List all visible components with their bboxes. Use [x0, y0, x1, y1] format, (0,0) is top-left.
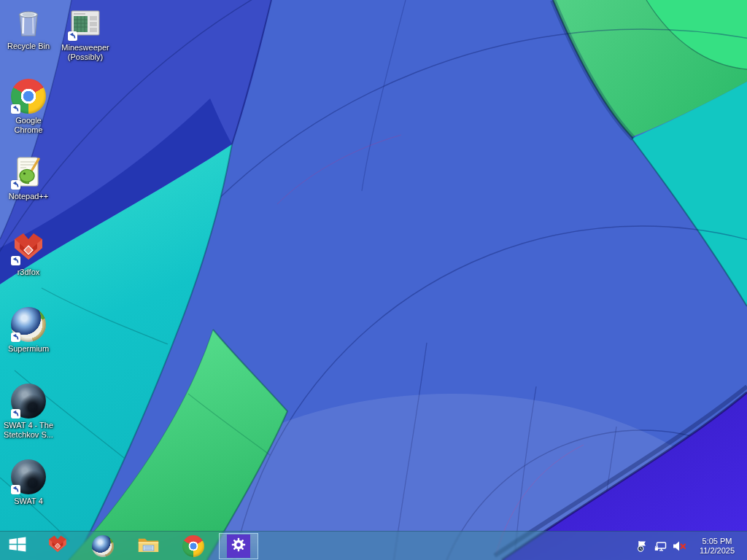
windows-desktop: { "desktop": { "icons": [ {"name": "recy…	[0, 0, 747, 560]
taskbar-file-explorer-button[interactable]	[125, 532, 171, 560]
taskbar: 5:05 PM 11/2/2025	[0, 531, 747, 560]
taskbar-supermium-button[interactable]	[80, 532, 125, 560]
desktop-icon-google-chrome[interactable]: Google Chrome	[0, 79, 57, 135]
supermium-icon	[92, 535, 114, 557]
clock-date: 11/2/2025	[693, 546, 741, 556]
shortcut-arrow-icon	[11, 256, 20, 265]
file-explorer-icon	[137, 534, 160, 558]
notepad-plus-plus-icon	[11, 155, 46, 190]
taskbar-clock[interactable]: 5:05 PM 11/2/2025	[690, 537, 741, 556]
shortcut-arrow-icon	[11, 180, 20, 190]
desktop-icon-label: r3dfox	[0, 268, 57, 277]
desktop-icon-r3dfox[interactable]: r3dfox	[0, 230, 57, 277]
supermium-icon	[11, 307, 46, 342]
gear-icon	[231, 537, 247, 556]
chrome-icon	[182, 535, 204, 557]
volume-muted-icon[interactable]	[672, 538, 686, 554]
desktop-icon-swat4[interactable]: SWAT 4	[0, 459, 57, 506]
settings-tile	[227, 534, 250, 558]
action-center-flag-icon[interactable]	[635, 538, 650, 554]
desktop-icon-swat4-stetchkov[interactable]: SWAT 4 - The Stetchkov S...	[0, 384, 57, 440]
shortcut-arrow-icon	[68, 31, 77, 41]
wallpaper-balloon-photo	[0, 0, 747, 560]
shortcut-arrow-icon	[11, 485, 20, 494]
desktop-icon-label: Recycle Bin	[0, 42, 57, 51]
desktop-icon-notepad-plus-plus[interactable]: Notepad++	[0, 155, 57, 201]
shortcut-arrow-icon	[11, 409, 20, 419]
taskbar-settings-button[interactable]	[219, 533, 258, 559]
swat4-icon	[11, 459, 46, 494]
desktop-icon-label: SWAT 4 - The Stetchkov S...	[0, 421, 57, 440]
chrome-icon	[11, 79, 46, 114]
minesweeper-icon	[68, 6, 103, 41]
r3dfox-icon	[47, 534, 69, 559]
r3dfox-icon	[11, 230, 46, 265]
desktop-icon-minesweeper[interactable]: Minesweeper (Possibly)	[57, 6, 114, 62]
windows-logo-icon	[8, 536, 27, 556]
clock-time: 5:05 PM	[693, 537, 741, 546]
desktop-icon-label: Minesweeper (Possibly)	[57, 43, 114, 62]
desktop-icon-recycle-bin[interactable]: Recycle Bin	[0, 4, 57, 51]
recycle-bin-icon	[11, 4, 46, 39]
desktop-icon-supermium[interactable]: Supermium	[0, 307, 57, 354]
start-button[interactable]	[0, 532, 35, 560]
system-tray: 5:05 PM 11/2/2025	[635, 532, 747, 560]
desktop-icon-label: SWAT 4	[0, 497, 57, 506]
desktop-icon-label: Google Chrome	[0, 116, 57, 135]
shortcut-arrow-icon	[11, 104, 20, 114]
network-icon[interactable]	[654, 538, 668, 554]
shortcut-arrow-icon	[11, 332, 20, 342]
taskbar-r3dfox-button[interactable]	[35, 532, 80, 560]
desktop-icon-label: Notepad++	[0, 192, 57, 201]
swat4-stetchkov-icon	[11, 384, 46, 419]
desktop-icon-label: Supermium	[0, 344, 57, 354]
taskbar-chrome-button[interactable]	[171, 532, 216, 560]
